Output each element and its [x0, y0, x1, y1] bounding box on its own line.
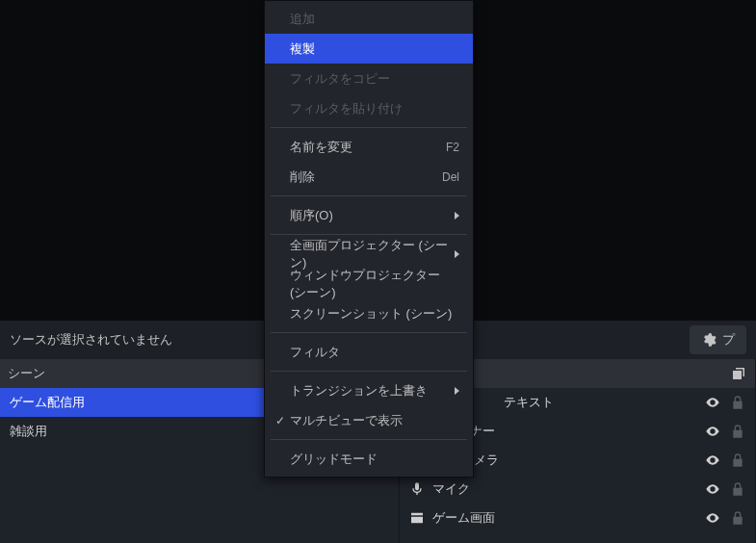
- context-menu-item-label: フィルタ: [290, 344, 459, 361]
- context-menu-shortcut: Del: [442, 170, 459, 184]
- context-menu-item-label: スクリーンショット (シーン): [290, 305, 459, 323]
- source-item-label: テキスト: [504, 394, 697, 411]
- context-menu-item[interactable]: スクリーンショット (シーン): [265, 298, 473, 328]
- context-menu-item[interactable]: 全画面プロジェクター (シーン): [265, 239, 473, 269]
- context-menu-item[interactable]: ウィンドウプロジェクター (シーン): [265, 269, 473, 298]
- chevron-right-icon: [455, 212, 459, 220]
- context-menu-item-label: ウィンドウプロジェクター (シーン): [290, 267, 459, 301]
- scenes-panel-title: シーン: [8, 365, 45, 382]
- context-menu-item-label: 名前を変更: [290, 139, 446, 156]
- eye-icon[interactable]: [705, 481, 720, 497]
- context-menu-item[interactable]: グリッドモード: [265, 444, 473, 474]
- context-menu-item: フィルタをコピー: [265, 64, 473, 93]
- context-menu-item-label: トランジションを上書き: [290, 382, 455, 400]
- context-menu-item[interactable]: ✓マルチビューで表示: [265, 405, 473, 435]
- context-menu-separator: [271, 234, 467, 235]
- context-menu-separator: [271, 332, 467, 333]
- eye-icon[interactable]: [705, 424, 720, 439]
- eye-icon[interactable]: [705, 395, 720, 410]
- context-menu-item-label: フィルタを貼り付け: [290, 100, 459, 117]
- scene-item-label: 雑談用: [10, 424, 47, 438]
- lock-icon[interactable]: [730, 452, 745, 468]
- lock-icon[interactable]: [730, 424, 745, 439]
- source-item[interactable]: ゲーム画面: [400, 504, 755, 532]
- context-menu-item[interactable]: フィルタ: [265, 337, 473, 367]
- context-menu: 追加複製フィルタをコピーフィルタを貼り付け名前を変更F2削除Del順序(O)全画…: [264, 0, 474, 478]
- context-menu-item[interactable]: 複製: [265, 34, 473, 64]
- context-menu-item-label: マルチビューで表示: [290, 412, 459, 429]
- properties-button[interactable]: プ: [690, 325, 746, 354]
- source-item-label: マイク: [432, 480, 697, 498]
- scene-item-label: ゲーム配信用: [10, 395, 85, 409]
- check-icon: ✓: [271, 414, 290, 427]
- context-menu-item: フィルタを貼り付け: [265, 93, 473, 123]
- source-item[interactable]: マイク: [400, 475, 755, 504]
- lock-icon[interactable]: [730, 481, 745, 497]
- chevron-right-icon: [455, 250, 459, 258]
- context-menu-item[interactable]: 名前を変更F2: [265, 132, 473, 162]
- context-menu-item-label: 順序(O): [290, 207, 455, 224]
- context-menu-separator: [271, 127, 467, 128]
- lock-icon[interactable]: [730, 395, 745, 410]
- eye-icon[interactable]: [705, 510, 720, 526]
- context-menu-item-label: フィルタをコピー: [290, 70, 459, 88]
- chevron-right-icon: [455, 387, 459, 395]
- context-menu-item: 追加: [265, 4, 473, 34]
- source-item-label: ゲーム画面: [432, 509, 697, 527]
- mic-icon: [409, 481, 425, 497]
- context-menu-item-label: 追加: [290, 11, 459, 28]
- eye-icon[interactable]: [705, 452, 720, 468]
- context-menu-item-label: グリッドモード: [290, 451, 459, 468]
- context-menu-separator: [271, 195, 467, 196]
- restore-panels-icon[interactable]: [730, 365, 747, 382]
- context-menu-item-label: 削除: [290, 168, 442, 186]
- no-source-message: ソースが選択されていません: [10, 331, 172, 349]
- context-menu-item-label: 複製: [290, 40, 459, 58]
- context-menu-item[interactable]: 順序(O): [265, 200, 473, 230]
- gear-icon: [701, 332, 717, 348]
- properties-button-label: プ: [722, 331, 735, 349]
- context-menu-separator: [271, 371, 467, 372]
- context-menu-separator: [271, 439, 467, 440]
- context-menu-item[interactable]: 削除Del: [265, 162, 473, 192]
- context-menu-shortcut: F2: [446, 141, 459, 154]
- lock-icon[interactable]: [730, 510, 745, 526]
- context-menu-item[interactable]: トランジションを上書き: [265, 375, 473, 405]
- window-icon: [409, 510, 425, 526]
